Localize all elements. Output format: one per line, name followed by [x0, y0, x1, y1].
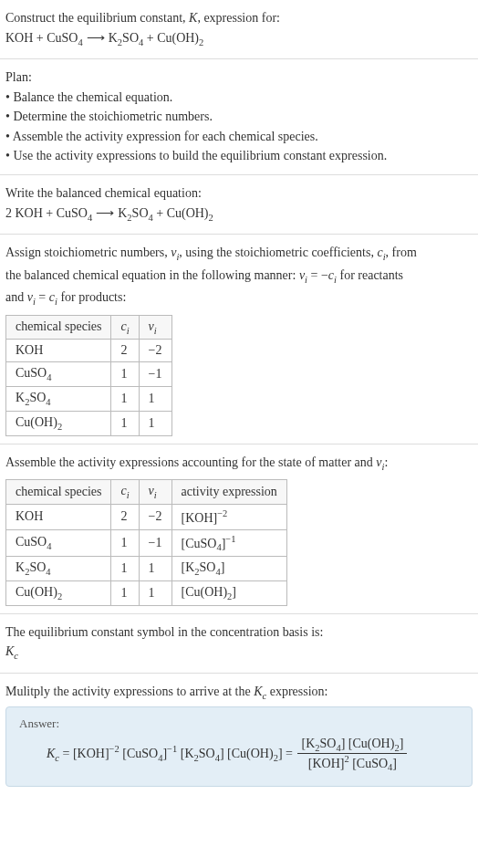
balanced-title: Write the balanced chemical equation:: [5, 184, 473, 203]
cell-v: −1: [139, 362, 171, 387]
cell-species: K2SO4: [6, 557, 111, 581]
answer-formula: Kc = [KOH]−2 [CuSO4]−1 [K2SO4] [Cu(OH)2]…: [19, 737, 459, 772]
col-species: chemical species: [6, 315, 111, 340]
plan-section: Plan: • Balance the chemical equation. •…: [0, 59, 478, 175]
col-ci: ci: [111, 480, 139, 505]
cell-c: 2: [111, 505, 139, 530]
cell-species: CuSO4: [6, 529, 111, 556]
table-row: KOH 2 −2: [6, 340, 172, 362]
plan-item: • Assemble the activity expression for e…: [5, 128, 473, 146]
stoich-intro: Assign stoichiometric numbers, νi, using…: [5, 244, 473, 264]
table-header-row: chemical species ci νi activity expressi…: [6, 480, 287, 505]
cell-v: 1: [139, 387, 171, 412]
stoich-intro: and νi = ci for products:: [5, 288, 473, 309]
plan-item: • Use the activity expressions to build …: [5, 147, 473, 165]
stoich-section: Assign stoichiometric numbers, νi, using…: [0, 235, 478, 444]
cell-v: 1: [139, 411, 171, 435]
multiply-title: Mulitply the activity expressions to arr…: [5, 683, 473, 703]
col-vi: νi: [139, 315, 171, 340]
table-row: K2SO4 1 1: [6, 387, 172, 412]
cell-v: −2: [139, 505, 171, 530]
cell-species: K2SO4: [6, 387, 111, 412]
activity-section: Assemble the activity expressions accoun…: [0, 444, 478, 614]
cell-v: −2: [139, 340, 171, 362]
symbol-line1: The equilibrium constant symbol in the c…: [5, 623, 473, 642]
cell-species: Cu(OH)2: [6, 411, 111, 435]
multiply-section: Mulitply the activity expressions to arr…: [0, 674, 478, 794]
prompt-equation: KOH + CuSO4⟶K2SO4 + Cu(OH)2: [5, 29, 473, 49]
stoich-intro: the balanced chemical equation in the fo…: [5, 267, 473, 287]
symbol-line2: Kc: [5, 643, 473, 663]
cell-c: 1: [111, 362, 139, 387]
cell-species: Cu(OH)2: [6, 580, 111, 605]
cell-expr: [K2SO4]: [171, 557, 286, 581]
plan-item: • Balance the chemical equation.: [5, 89, 473, 107]
balanced-equation: 2 KOH + CuSO4⟶K2SO4 + Cu(OH)2: [5, 204, 473, 225]
col-expr: activity expression: [171, 480, 286, 505]
cell-c: 2: [111, 340, 139, 362]
answer-label: Answer:: [19, 716, 459, 731]
symbol-section: The equilibrium constant symbol in the c…: [0, 614, 478, 674]
col-vi: νi: [139, 480, 171, 505]
table-row: KOH 2 −2 [KOH]−2: [6, 505, 287, 530]
plan-title: Plan:: [5, 68, 473, 87]
table-row: K2SO4 1 1 [K2SO4]: [6, 557, 287, 581]
prompt-section: Construct the equilibrium constant, K, e…: [0, 0, 478, 59]
balanced-section: Write the balanced chemical equation: 2 …: [0, 175, 478, 235]
cell-c: 1: [111, 557, 139, 581]
table-row: Cu(OH)2 1 1: [6, 411, 172, 435]
activity-table: chemical species ci νi activity expressi…: [5, 479, 287, 606]
cell-expr: [CuSO4]−1: [171, 529, 286, 556]
cell-expr: [KOH]−2: [171, 505, 286, 530]
cell-c: 1: [111, 580, 139, 605]
cell-c: 1: [111, 529, 139, 556]
cell-c: 1: [111, 387, 139, 412]
cell-species: KOH: [6, 340, 111, 362]
cell-v: 1: [139, 557, 171, 581]
answer-box: Answer: Kc = [KOH]−2 [CuSO4]−1 [K2SO4] […: [5, 706, 473, 786]
stoich-table: chemical species ci νi KOH 2 −2 CuSO4 1 …: [5, 315, 172, 436]
table-row: Cu(OH)2 1 1 [Cu(OH)2]: [6, 580, 287, 605]
cell-species: KOH: [6, 505, 111, 530]
table-row: CuSO4 1 −1 [CuSO4]−1: [6, 529, 287, 556]
cell-v: 1: [139, 580, 171, 605]
col-species: chemical species: [6, 480, 111, 505]
prompt-title: Construct the equilibrium constant, K, e…: [5, 9, 473, 27]
cell-species: CuSO4: [6, 362, 111, 387]
col-ci: ci: [111, 315, 139, 340]
table-row: CuSO4 1 −1: [6, 362, 172, 387]
cell-c: 1: [111, 411, 139, 435]
plan-item: • Determine the stoichiometric numbers.: [5, 108, 473, 126]
cell-v: −1: [139, 529, 171, 556]
cell-expr: [Cu(OH)2]: [171, 580, 286, 605]
table-header-row: chemical species ci νi: [6, 315, 172, 340]
activity-title: Assemble the activity expressions accoun…: [5, 454, 473, 474]
